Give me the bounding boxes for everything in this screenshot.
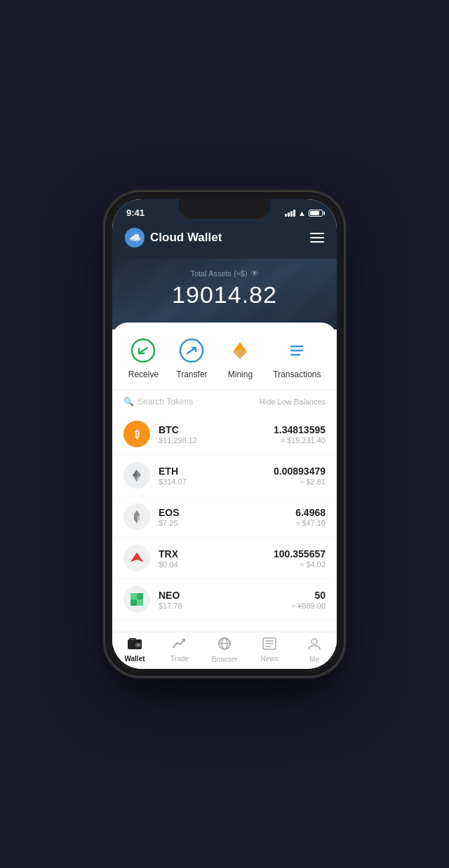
transfer-button[interactable]: Transfer bbox=[176, 335, 207, 379]
svg-point-26 bbox=[138, 644, 140, 646]
neo-amount: 50 bbox=[291, 590, 326, 601]
browser-nav-icon bbox=[217, 637, 232, 654]
svg-rect-20 bbox=[130, 593, 137, 599]
total-label: Total Assets (≈$) 👁 bbox=[126, 269, 323, 278]
token-item-trx[interactable]: TRX $0.04 100.355657 ≈ $4.02 bbox=[112, 538, 337, 579]
eos-balance: 6.4968 ≈ $47.10 bbox=[295, 507, 326, 527]
btc-price: $11,298.12 bbox=[159, 436, 274, 445]
transactions-button[interactable]: Transactions bbox=[273, 335, 321, 379]
eos-info: EOS $7.25 bbox=[159, 507, 295, 527]
me-nav-label: Me bbox=[309, 656, 319, 663]
eos-logo bbox=[123, 503, 150, 530]
me-nav-icon bbox=[307, 637, 321, 654]
svg-rect-21 bbox=[137, 593, 143, 599]
notch bbox=[179, 199, 270, 219]
nav-browser[interactable]: Browser bbox=[202, 637, 247, 663]
total-amount: 19014.82 bbox=[126, 281, 323, 308]
eye-icon[interactable]: 👁 bbox=[250, 269, 259, 278]
eth-balance: 0.00893479 ≈ $2.81 bbox=[274, 466, 326, 486]
token-item-neo[interactable]: NEO $17.78 50 ≈ ¥889.00 bbox=[112, 579, 337, 621]
menu-button[interactable] bbox=[310, 233, 324, 243]
token-item-eth[interactable]: ETH $314.07 0.00893479 ≈ $2.81 bbox=[112, 455, 337, 496]
eth-symbol: ETH bbox=[159, 466, 274, 477]
browser-nav-label: Browser bbox=[212, 656, 238, 663]
trade-nav-label: Trade bbox=[170, 655, 189, 663]
token-item-btc[interactable]: ₿ BTC $11,298.12 1.34813595 ≈ $15,231.40 bbox=[112, 414, 337, 455]
btc-info: BTC $11,298.12 bbox=[159, 424, 274, 445]
svg-rect-23 bbox=[137, 599, 143, 606]
svg-text:₿: ₿ bbox=[135, 429, 140, 440]
nav-news[interactable]: News bbox=[247, 637, 292, 663]
cloud-logo-icon: ☁️ bbox=[125, 228, 145, 247]
eos-price: $7.25 bbox=[159, 519, 295, 527]
token-list: ₿ BTC $11,298.12 1.34813595 ≈ $15,231.40 bbox=[112, 411, 337, 632]
mining-label: Mining bbox=[228, 369, 253, 379]
eth-value: ≈ $2.81 bbox=[274, 477, 326, 486]
btc-symbol: BTC bbox=[159, 424, 274, 435]
trade-nav-icon bbox=[172, 637, 187, 653]
nav-me[interactable]: Me bbox=[292, 637, 337, 663]
nav-trade[interactable]: Trade bbox=[157, 637, 202, 663]
receive-icon bbox=[128, 335, 159, 366]
bottom-nav: Wallet Trade bbox=[112, 632, 337, 669]
neo-logo bbox=[123, 586, 150, 613]
search-row: 🔍 Search Tokens Hide Low Balances bbox=[112, 390, 337, 411]
wallet-nav-icon bbox=[127, 637, 142, 653]
wifi-icon: ▲ bbox=[298, 209, 306, 217]
btc-amount: 1.34813595 bbox=[274, 424, 326, 435]
trx-symbol: TRX bbox=[159, 548, 274, 560]
app-title: Cloud Wallet bbox=[150, 231, 222, 245]
eos-value: ≈ $47.10 bbox=[295, 519, 326, 527]
btc-value: ≈ $15,231.40 bbox=[274, 436, 326, 445]
news-nav-label: News bbox=[260, 655, 278, 663]
neo-balance: 50 ≈ ¥889.00 bbox=[291, 590, 326, 610]
transfer-icon bbox=[176, 335, 207, 366]
search-icon: 🔍 bbox=[123, 397, 134, 407]
status-time: 9:41 bbox=[126, 208, 145, 218]
transfer-label: Transfer bbox=[176, 369, 207, 379]
search-placeholder: Search Tokens bbox=[138, 397, 193, 407]
eth-amount: 0.00893479 bbox=[274, 466, 326, 477]
trx-logo bbox=[123, 545, 150, 571]
mining-icon bbox=[224, 335, 255, 366]
neo-value: ≈ ¥889.00 bbox=[291, 602, 326, 610]
svg-rect-27 bbox=[129, 638, 136, 640]
header-logo: ☁️ Cloud Wallet bbox=[125, 228, 222, 247]
app-header: ☁️ Cloud Wallet bbox=[112, 222, 337, 259]
news-nav-icon bbox=[262, 637, 276, 653]
trx-info: TRX $0.04 bbox=[159, 548, 274, 569]
hero-section: Total Assets (≈$) 👁 19014.82 bbox=[112, 259, 337, 330]
transactions-label: Transactions bbox=[273, 369, 321, 379]
trx-balance: 100.355657 ≈ $4.02 bbox=[274, 548, 326, 569]
action-row: Receive Transfer bbox=[112, 323, 337, 390]
token-item-eos[interactable]: EOS $7.25 6.4968 ≈ $47.10 bbox=[112, 496, 337, 538]
eos-symbol: EOS bbox=[159, 507, 295, 518]
status-icons: ▲ bbox=[285, 209, 323, 217]
eth-logo bbox=[123, 462, 150, 489]
trx-value: ≈ $4.02 bbox=[274, 560, 326, 569]
svg-marker-17 bbox=[130, 552, 143, 562]
btc-logo: ₿ bbox=[123, 421, 150, 447]
svg-rect-22 bbox=[130, 599, 137, 606]
neo-price: $17.78 bbox=[159, 602, 291, 610]
neo-symbol: NEO bbox=[159, 590, 291, 601]
eth-info: ETH $314.07 bbox=[159, 466, 274, 486]
receive-button[interactable]: Receive bbox=[128, 335, 159, 379]
btc-balance: 1.34813595 ≈ $15,231.40 bbox=[274, 424, 326, 445]
main-card: Receive Transfer bbox=[112, 323, 337, 669]
nav-wallet[interactable]: Wallet bbox=[112, 637, 157, 663]
battery-icon bbox=[309, 210, 323, 217]
svg-point-35 bbox=[311, 639, 317, 644]
eth-price: $314.07 bbox=[159, 477, 274, 486]
signal-icon bbox=[285, 210, 295, 217]
search-input-wrap[interactable]: 🔍 Search Tokens bbox=[123, 397, 193, 407]
hide-low-balances-button[interactable]: Hide Low Balances bbox=[260, 398, 326, 406]
eos-amount: 6.4968 bbox=[295, 507, 326, 518]
transactions-icon bbox=[281, 335, 312, 366]
trx-price: $0.04 bbox=[159, 560, 274, 569]
mining-button[interactable]: Mining bbox=[224, 335, 255, 379]
trx-amount: 100.355657 bbox=[274, 548, 326, 560]
receive-label: Receive bbox=[128, 369, 159, 379]
neo-info: NEO $17.78 bbox=[159, 590, 291, 610]
phone-frame: 9:41 ▲ ☁️ Cloud Wallet bbox=[105, 192, 344, 676]
